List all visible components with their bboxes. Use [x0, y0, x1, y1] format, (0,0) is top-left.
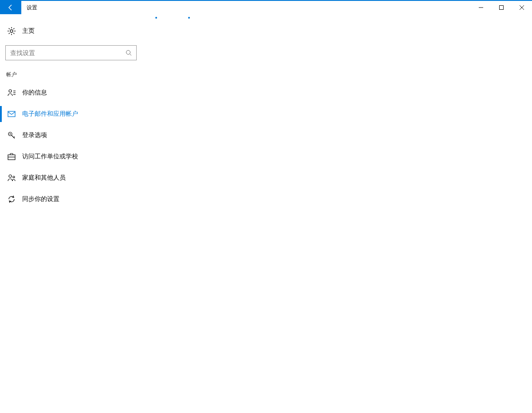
titlebar: 设置 — [0, 0, 532, 14]
search-input[interactable] — [6, 46, 121, 60]
nav-item-label: 登录选项 — [22, 131, 47, 139]
nav-item-signin-options[interactable]: 登录选项 — [0, 125, 142, 146]
maximize-button[interactable] — [491, 1, 512, 14]
svg-rect-1 — [500, 6, 504, 10]
nav-item-label: 同步你的设置 — [22, 195, 59, 203]
nav-item-email-accounts[interactable]: 电子邮件和应用帐户 — [0, 103, 142, 125]
content-area — [142, 14, 532, 413]
svg-point-21 — [10, 134, 11, 135]
nav-item-family-people[interactable]: 家庭和其他人员 — [0, 167, 142, 189]
nav-item-sync-settings[interactable]: 同步你的设置 — [0, 189, 142, 210]
svg-line-12 — [13, 28, 14, 29]
close-button[interactable] — [512, 1, 532, 14]
svg-line-11 — [9, 33, 10, 34]
sync-icon — [7, 195, 16, 204]
loading-dot-icon — [155, 17, 157, 19]
svg-point-4 — [10, 30, 13, 32]
nav-item-label: 你的信息 — [22, 89, 47, 97]
home-label: 主页 — [22, 27, 35, 35]
nav-item-work-school[interactable]: 访问工作单位或学校 — [0, 146, 142, 167]
loading-indicator — [155, 17, 190, 19]
settings-window: 设置 — [0, 0, 532, 413]
loading-dot-icon — [188, 17, 190, 19]
svg-point-26 — [9, 175, 12, 177]
svg-point-13 — [126, 51, 130, 55]
mail-icon — [7, 110, 16, 118]
back-button[interactable] — [0, 1, 21, 14]
back-arrow-icon — [7, 4, 14, 11]
minimize-button[interactable] — [471, 1, 491, 14]
nav-item-your-info[interactable]: 你的信息 — [0, 82, 142, 103]
search-box[interactable] — [5, 45, 137, 60]
maximize-icon — [499, 5, 504, 10]
svg-line-10 — [13, 33, 14, 34]
section-title: 帐户 — [0, 60, 142, 82]
svg-line-23 — [14, 137, 15, 138]
gear-icon — [7, 27, 16, 35]
nav-item-label: 电子邮件和应用帐户 — [22, 110, 78, 118]
briefcase-icon — [7, 152, 16, 161]
svg-rect-19 — [8, 111, 15, 117]
key-icon — [7, 131, 16, 140]
window-controls — [471, 1, 532, 14]
home-button[interactable]: 主页 — [0, 22, 142, 40]
nav-item-label: 家庭和其他人员 — [22, 174, 66, 182]
nav-item-label: 访问工作单位或学校 — [22, 153, 78, 161]
window-body: 主页 帐户 你的信息 电子邮件和应用帐户 — [0, 14, 532, 413]
svg-line-9 — [9, 28, 10, 29]
svg-point-27 — [13, 176, 15, 178]
search-icon[interactable] — [121, 50, 136, 56]
minimize-icon — [479, 5, 483, 10]
people-icon — [7, 173, 16, 182]
user-icon — [7, 88, 16, 97]
svg-point-15 — [9, 90, 12, 92]
svg-line-14 — [130, 54, 132, 56]
sidebar: 主页 帐户 你的信息 电子邮件和应用帐户 — [0, 14, 142, 413]
close-icon — [520, 5, 524, 10]
window-title: 设置 — [21, 1, 37, 14]
